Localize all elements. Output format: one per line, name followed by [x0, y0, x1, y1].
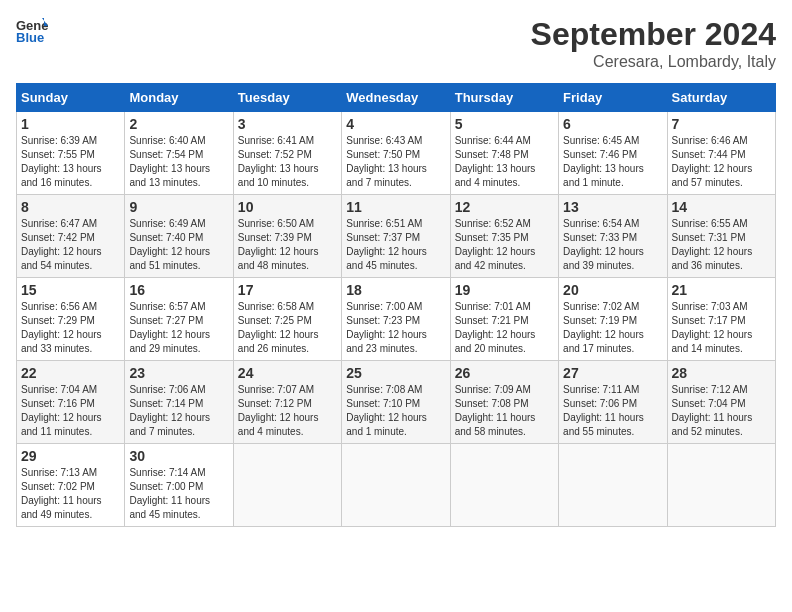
- day-info: Sunrise: 6:52 AMSunset: 7:35 PMDaylight:…: [455, 218, 536, 271]
- calendar-row: 1 Sunrise: 6:39 AMSunset: 7:55 PMDayligh…: [17, 112, 776, 195]
- day-number: 1: [21, 116, 120, 132]
- day-number: 18: [346, 282, 445, 298]
- table-row: 3 Sunrise: 6:41 AMSunset: 7:52 PMDayligh…: [233, 112, 341, 195]
- day-info: Sunrise: 7:09 AMSunset: 7:08 PMDaylight:…: [455, 384, 536, 437]
- day-info: Sunrise: 7:00 AMSunset: 7:23 PMDaylight:…: [346, 301, 427, 354]
- day-number: 25: [346, 365, 445, 381]
- header-row: Sunday Monday Tuesday Wednesday Thursday…: [17, 84, 776, 112]
- title-block: September 2024 Ceresara, Lombardy, Italy: [531, 16, 776, 71]
- table-row: 4 Sunrise: 6:43 AMSunset: 7:50 PMDayligh…: [342, 112, 450, 195]
- day-info: Sunrise: 6:57 AMSunset: 7:27 PMDaylight:…: [129, 301, 210, 354]
- day-info: Sunrise: 7:03 AMSunset: 7:17 PMDaylight:…: [672, 301, 753, 354]
- col-saturday: Saturday: [667, 84, 775, 112]
- col-tuesday: Tuesday: [233, 84, 341, 112]
- day-number: 16: [129, 282, 228, 298]
- day-number: 21: [672, 282, 771, 298]
- table-row: 21 Sunrise: 7:03 AMSunset: 7:17 PMDaylig…: [667, 278, 775, 361]
- calendar-row: 15 Sunrise: 6:56 AMSunset: 7:29 PMDaylig…: [17, 278, 776, 361]
- table-row: 13 Sunrise: 6:54 AMSunset: 7:33 PMDaylig…: [559, 195, 667, 278]
- table-row: 8 Sunrise: 6:47 AMSunset: 7:42 PMDayligh…: [17, 195, 125, 278]
- day-info: Sunrise: 6:45 AMSunset: 7:46 PMDaylight:…: [563, 135, 644, 188]
- day-info: Sunrise: 7:08 AMSunset: 7:10 PMDaylight:…: [346, 384, 427, 437]
- day-info: Sunrise: 7:01 AMSunset: 7:21 PMDaylight:…: [455, 301, 536, 354]
- day-number: 12: [455, 199, 554, 215]
- table-row: 28 Sunrise: 7:12 AMSunset: 7:04 PMDaylig…: [667, 361, 775, 444]
- day-number: 23: [129, 365, 228, 381]
- day-info: Sunrise: 6:39 AMSunset: 7:55 PMDaylight:…: [21, 135, 102, 188]
- day-info: Sunrise: 6:58 AMSunset: 7:25 PMDaylight:…: [238, 301, 319, 354]
- table-row: 9 Sunrise: 6:49 AMSunset: 7:40 PMDayligh…: [125, 195, 233, 278]
- day-info: Sunrise: 6:51 AMSunset: 7:37 PMDaylight:…: [346, 218, 427, 271]
- day-info: Sunrise: 7:12 AMSunset: 7:04 PMDaylight:…: [672, 384, 753, 437]
- table-row: 30 Sunrise: 7:14 AMSunset: 7:00 PMDaylig…: [125, 444, 233, 527]
- day-info: Sunrise: 6:49 AMSunset: 7:40 PMDaylight:…: [129, 218, 210, 271]
- day-info: Sunrise: 6:44 AMSunset: 7:48 PMDaylight:…: [455, 135, 536, 188]
- day-info: Sunrise: 6:56 AMSunset: 7:29 PMDaylight:…: [21, 301, 102, 354]
- table-row: 22 Sunrise: 7:04 AMSunset: 7:16 PMDaylig…: [17, 361, 125, 444]
- table-row: 12 Sunrise: 6:52 AMSunset: 7:35 PMDaylig…: [450, 195, 558, 278]
- day-info: Sunrise: 7:14 AMSunset: 7:00 PMDaylight:…: [129, 467, 210, 520]
- col-sunday: Sunday: [17, 84, 125, 112]
- table-row: 6 Sunrise: 6:45 AMSunset: 7:46 PMDayligh…: [559, 112, 667, 195]
- calendar-row: 22 Sunrise: 7:04 AMSunset: 7:16 PMDaylig…: [17, 361, 776, 444]
- table-row: [559, 444, 667, 527]
- col-friday: Friday: [559, 84, 667, 112]
- day-number: 29: [21, 448, 120, 464]
- table-row: 5 Sunrise: 6:44 AMSunset: 7:48 PMDayligh…: [450, 112, 558, 195]
- day-number: 5: [455, 116, 554, 132]
- table-row: 24 Sunrise: 7:07 AMSunset: 7:12 PMDaylig…: [233, 361, 341, 444]
- table-row: [342, 444, 450, 527]
- day-number: 11: [346, 199, 445, 215]
- day-number: 14: [672, 199, 771, 215]
- col-monday: Monday: [125, 84, 233, 112]
- day-number: 20: [563, 282, 662, 298]
- day-info: Sunrise: 6:40 AMSunset: 7:54 PMDaylight:…: [129, 135, 210, 188]
- day-number: 26: [455, 365, 554, 381]
- table-row: 25 Sunrise: 7:08 AMSunset: 7:10 PMDaylig…: [342, 361, 450, 444]
- day-info: Sunrise: 7:04 AMSunset: 7:16 PMDaylight:…: [21, 384, 102, 437]
- table-row: 2 Sunrise: 6:40 AMSunset: 7:54 PMDayligh…: [125, 112, 233, 195]
- month-year-title: September 2024: [531, 16, 776, 53]
- day-number: 15: [21, 282, 120, 298]
- day-info: Sunrise: 6:43 AMSunset: 7:50 PMDaylight:…: [346, 135, 427, 188]
- day-number: 30: [129, 448, 228, 464]
- table-row: 17 Sunrise: 6:58 AMSunset: 7:25 PMDaylig…: [233, 278, 341, 361]
- table-row: 20 Sunrise: 7:02 AMSunset: 7:19 PMDaylig…: [559, 278, 667, 361]
- day-number: 28: [672, 365, 771, 381]
- day-info: Sunrise: 7:11 AMSunset: 7:06 PMDaylight:…: [563, 384, 644, 437]
- day-info: Sunrise: 6:55 AMSunset: 7:31 PMDaylight:…: [672, 218, 753, 271]
- table-row: 14 Sunrise: 6:55 AMSunset: 7:31 PMDaylig…: [667, 195, 775, 278]
- table-row: [233, 444, 341, 527]
- table-row: 10 Sunrise: 6:50 AMSunset: 7:39 PMDaylig…: [233, 195, 341, 278]
- table-row: 26 Sunrise: 7:09 AMSunset: 7:08 PMDaylig…: [450, 361, 558, 444]
- table-row: 29 Sunrise: 7:13 AMSunset: 7:02 PMDaylig…: [17, 444, 125, 527]
- table-row: [667, 444, 775, 527]
- day-number: 9: [129, 199, 228, 215]
- day-number: 19: [455, 282, 554, 298]
- day-info: Sunrise: 6:47 AMSunset: 7:42 PMDaylight:…: [21, 218, 102, 271]
- table-row: 18 Sunrise: 7:00 AMSunset: 7:23 PMDaylig…: [342, 278, 450, 361]
- day-number: 27: [563, 365, 662, 381]
- table-row: 7 Sunrise: 6:46 AMSunset: 7:44 PMDayligh…: [667, 112, 775, 195]
- day-info: Sunrise: 7:13 AMSunset: 7:02 PMDaylight:…: [21, 467, 102, 520]
- location-subtitle: Ceresara, Lombardy, Italy: [531, 53, 776, 71]
- day-number: 22: [21, 365, 120, 381]
- col-thursday: Thursday: [450, 84, 558, 112]
- day-number: 13: [563, 199, 662, 215]
- table-row: 23 Sunrise: 7:06 AMSunset: 7:14 PMDaylig…: [125, 361, 233, 444]
- day-number: 7: [672, 116, 771, 132]
- table-row: 27 Sunrise: 7:11 AMSunset: 7:06 PMDaylig…: [559, 361, 667, 444]
- table-row: [450, 444, 558, 527]
- table-row: 16 Sunrise: 6:57 AMSunset: 7:27 PMDaylig…: [125, 278, 233, 361]
- day-number: 2: [129, 116, 228, 132]
- day-number: 17: [238, 282, 337, 298]
- day-number: 8: [21, 199, 120, 215]
- logo-icon: General Blue: [16, 16, 48, 44]
- table-row: 15 Sunrise: 6:56 AMSunset: 7:29 PMDaylig…: [17, 278, 125, 361]
- day-number: 10: [238, 199, 337, 215]
- day-info: Sunrise: 6:50 AMSunset: 7:39 PMDaylight:…: [238, 218, 319, 271]
- table-row: 11 Sunrise: 6:51 AMSunset: 7:37 PMDaylig…: [342, 195, 450, 278]
- day-info: Sunrise: 7:07 AMSunset: 7:12 PMDaylight:…: [238, 384, 319, 437]
- day-number: 24: [238, 365, 337, 381]
- table-row: 1 Sunrise: 6:39 AMSunset: 7:55 PMDayligh…: [17, 112, 125, 195]
